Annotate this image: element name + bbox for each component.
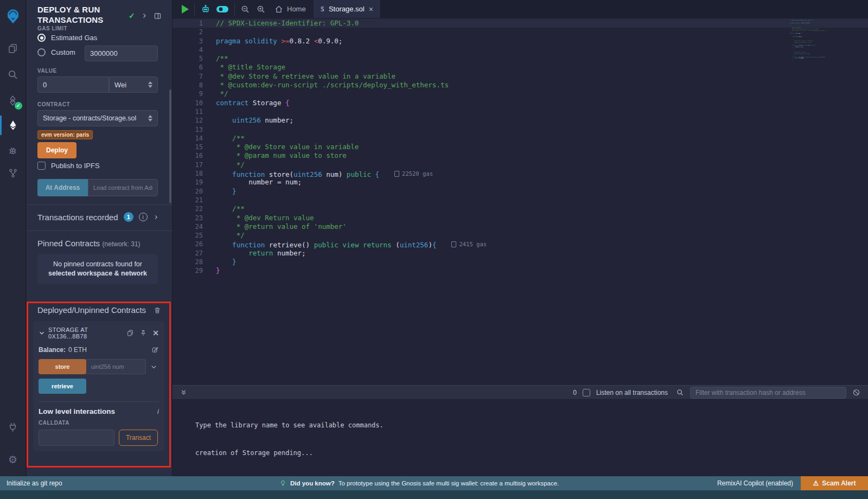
- expand-transactions-icon[interactable]: [153, 214, 159, 220]
- expand-args-icon[interactable]: [150, 363, 157, 370]
- scam-alert-button[interactable]: ⚠ Scam Alert: [801, 476, 868, 490]
- panel-split-icon[interactable]: [154, 12, 162, 20]
- bottom-strip: [0, 490, 868, 499]
- value-label: VALUE: [37, 68, 57, 74]
- settings-icon[interactable]: ⚙: [0, 448, 26, 471]
- updown-arrows-icon: [148, 81, 152, 88]
- did-you-know-tip: Did you know? To prototype using the Gno…: [279, 480, 559, 487]
- calldata-input[interactable]: [39, 430, 114, 446]
- divider: [27, 231, 173, 231]
- terminal-filter-input[interactable]: [690, 387, 846, 399]
- info-icon[interactable]: i: [157, 407, 159, 415]
- radio-selected-icon[interactable]: [37, 34, 46, 42]
- copilot-status[interactable]: RemixAI Copilot (enabled): [717, 479, 793, 487]
- git-init-status[interactable]: Initialize as git repo: [7, 479, 62, 487]
- panel-check-icon: ✓: [129, 11, 135, 20]
- tab-strip: S Storage.sol ×: [314, 0, 868, 18]
- instance-header[interactable]: STORAGE AT 0X136...8B78 ✕: [39, 327, 159, 340]
- collapse-terminal-icon[interactable]: [180, 389, 187, 396]
- deploy-run-icon[interactable]: [0, 114, 26, 137]
- estimated-gas-radio[interactable]: Estimated Gas: [37, 34, 97, 42]
- info-icon[interactable]: i: [139, 213, 148, 221]
- transact-button[interactable]: Transact: [119, 430, 158, 446]
- clear-console-icon[interactable]: [852, 388, 860, 396]
- value-unit-label: Wei: [114, 81, 126, 89]
- divider: [27, 204, 173, 205]
- listen-all-checkbox[interactable]: [583, 389, 590, 396]
- retrieve-button[interactable]: retrieve: [39, 379, 86, 394]
- tab-storage-sol[interactable]: S Storage.sol ×: [314, 0, 381, 18]
- ai-copilot-robot-icon[interactable]: [200, 4, 211, 15]
- solidity-compiler-icon[interactable]: ✓: [0, 89, 26, 112]
- pinned-contracts-title: Pinned Contracts: [37, 239, 100, 248]
- line-number: 7: [173, 72, 216, 81]
- file-explorer-icon[interactable]: [0, 37, 26, 60]
- custom-gas-input[interactable]: [85, 46, 158, 61]
- line-number: 23: [173, 214, 216, 222]
- edit-balance-icon[interactable]: [151, 346, 159, 354]
- publish-ipfs-row[interactable]: Publish to IPFS: [37, 162, 100, 170]
- code-area[interactable]: 1// SPDX-License-Identifier: GPL-3.023pr…: [173, 19, 868, 276]
- minimap[interactable]: // SPDX-License-Identifier: GPL-3.0 prag…: [790, 20, 838, 62]
- debugger-icon[interactable]: [0, 139, 26, 162]
- line-number: 22: [173, 204, 216, 213]
- balance-value: 0 ETH: [68, 346, 87, 354]
- pinned-empty-line1: No pinned contracts found for: [42, 260, 154, 269]
- store-button[interactable]: store: [39, 359, 86, 374]
- pinned-empty-message: No pinned contracts found for selected w…: [37, 254, 158, 284]
- value-input[interactable]: [37, 76, 109, 93]
- custom-gas-radio[interactable]: Custom: [37, 48, 75, 56]
- instance-label: STORAGE AT 0X136...8B78: [48, 327, 126, 340]
- evm-version-badge: evm version: paris: [37, 130, 93, 139]
- gas-estimate-annotation: 22520 gas: [394, 169, 433, 178]
- line-number: 16: [173, 151, 216, 160]
- copy-address-icon[interactable]: [126, 329, 134, 337]
- search-icon[interactable]: [0, 63, 26, 86]
- pinned-contracts-header: Pinned Contracts (network: 31): [37, 239, 141, 248]
- estimated-gas-label: Estimated Gas: [51, 34, 97, 42]
- copilot-toggle-icon[interactable]: [216, 5, 229, 14]
- gas-pump-icon: [451, 241, 456, 247]
- panel-header: DEPLOY & RUN TRANSACTIONS ✓: [37, 4, 167, 25]
- listen-all-label: Listen on all transactions: [596, 389, 668, 396]
- store-args-input[interactable]: [86, 359, 146, 374]
- zoom-in-icon[interactable]: [256, 4, 266, 14]
- git-icon[interactable]: [0, 162, 26, 184]
- value-unit-select[interactable]: Wei: [109, 76, 158, 93]
- zoom-out-icon[interactable]: [240, 4, 250, 14]
- pinned-network-label: (network: 31): [103, 240, 141, 248]
- close-instance-icon[interactable]: ✕: [152, 329, 159, 337]
- trash-icon[interactable]: [154, 306, 161, 314]
- low-level-header: Low level interactions i: [39, 407, 159, 415]
- line-number: 3: [173, 37, 216, 46]
- line-number: 29: [173, 266, 216, 275]
- deployed-contracts-header: Deployed/Unpinned Contracts: [37, 305, 161, 315]
- radio-unselected-icon[interactable]: [37, 48, 46, 56]
- close-tab-icon[interactable]: ×: [369, 5, 373, 14]
- contract-select[interactable]: Storage - contracts/Storage.sol: [37, 110, 158, 126]
- plugin-manager-icon[interactable]: [0, 415, 26, 438]
- line-number: 5: [173, 54, 216, 63]
- line-number: 18: [173, 169, 216, 178]
- terminal[interactable]: Type the library name to see available c…: [173, 400, 868, 476]
- line-number: 26: [173, 240, 216, 248]
- chevron-down-icon[interactable]: [39, 330, 45, 336]
- at-address-input[interactable]: [88, 179, 158, 196]
- terminal-log-line: creation of Storage pending...: [195, 449, 868, 458]
- line-number: 13: [173, 125, 216, 134]
- at-address-button[interactable]: At Address: [37, 179, 88, 196]
- line-number: 27: [173, 249, 216, 258]
- search-icon[interactable]: [676, 388, 684, 396]
- deploy-button[interactable]: Deploy: [37, 142, 76, 158]
- panel-scrollbar[interactable]: [169, 89, 171, 203]
- custom-gas-label: Custom: [51, 48, 75, 56]
- pin-icon[interactable]: [139, 329, 147, 337]
- panel-pin-right-icon[interactable]: [141, 12, 148, 19]
- publish-ipfs-checkbox[interactable]: [37, 162, 46, 170]
- code-editor[interactable]: 1// SPDX-License-Identifier: GPL-3.023pr…: [173, 18, 868, 385]
- tab-home[interactable]: Home: [275, 5, 306, 14]
- line-number: 12: [173, 116, 216, 125]
- run-script-icon[interactable]: [182, 5, 189, 14]
- line-number: 25: [173, 231, 216, 240]
- remix-logo[interactable]: [0, 3, 26, 29]
